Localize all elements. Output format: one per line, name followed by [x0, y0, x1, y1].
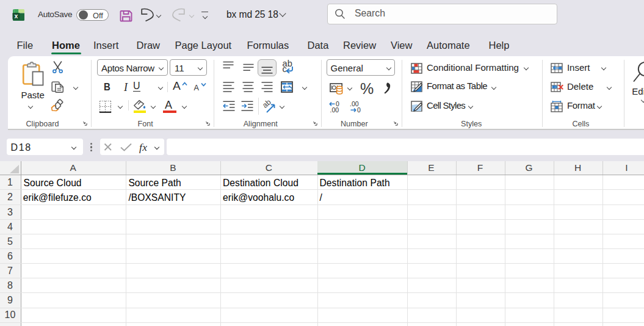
svg-text:x: x: [14, 12, 18, 20]
svg-text:.00: .00: [330, 106, 339, 113]
svg-text:0: 0: [357, 106, 361, 113]
